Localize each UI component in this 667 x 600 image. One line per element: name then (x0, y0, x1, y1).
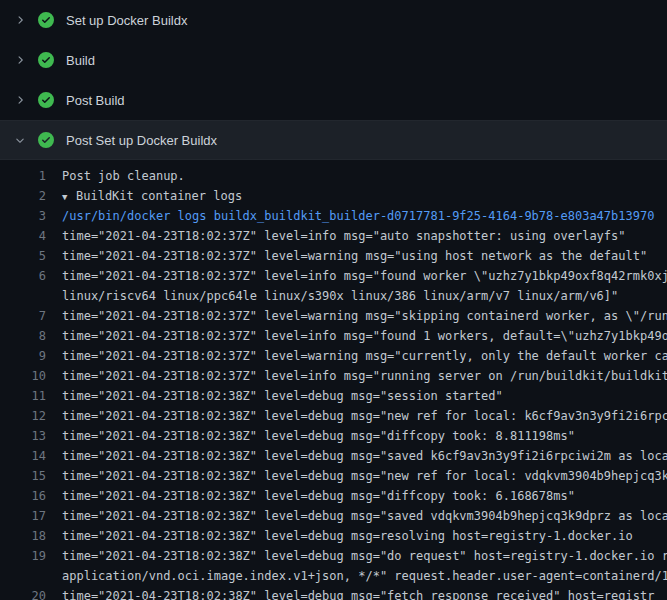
line-text: time="2021-04-23T18:02:38Z" level=debug … (46, 406, 667, 426)
step-label: Post Set up Docker Buildx (66, 133, 217, 148)
line-text: time="2021-04-23T18:02:38Z" level=debug … (46, 486, 667, 506)
line-text: ▼BuildKit container logs (46, 186, 667, 206)
log-line: 9 time="2021-04-23T18:02:37Z" level=warn… (0, 346, 667, 366)
line-text: time="2021-04-23T18:02:38Z" level=debug … (46, 466, 667, 486)
line-number[interactable]: 6 (0, 266, 46, 286)
line-number[interactable]: 15 (0, 466, 46, 486)
steps-list: Set up Docker Buildx Build Post Build (0, 0, 667, 160)
log-line: 1 Post job cleanup. (0, 166, 667, 186)
line-text: time="2021-04-23T18:02:38Z" level=debug … (46, 506, 667, 526)
log-line: 6 time="2021-04-23T18:02:37Z" level=info… (0, 266, 667, 286)
line-text: Post job cleanup. (46, 166, 667, 186)
log-line: 16 time="2021-04-23T18:02:38Z" level=deb… (0, 486, 667, 506)
line-text: time="2021-04-23T18:02:37Z" level=warnin… (46, 246, 667, 266)
line-number[interactable]: 5 (0, 246, 46, 266)
step-header[interactable]: Set up Docker Buildx (0, 0, 667, 40)
line-number[interactable]: 9 (0, 346, 46, 366)
chevron-icon[interactable] (12, 132, 28, 148)
step-header[interactable]: Post Build (0, 80, 667, 120)
line-number[interactable]: 14 (0, 446, 46, 466)
line-number[interactable]: 16 (0, 486, 46, 506)
line-text: /usr/bin/docker logs buildx_buildkit_bui… (46, 206, 667, 226)
log-line: 2 ▼BuildKit container logs (0, 186, 667, 206)
log-line: 5 time="2021-04-23T18:02:37Z" level=warn… (0, 246, 667, 266)
log-line: 18 time="2021-04-23T18:02:38Z" level=deb… (0, 526, 667, 546)
log-lines: 1 Post job cleanup. 2 ▼BuildKit containe… (0, 160, 667, 600)
line-text: time="2021-04-23T18:02:38Z" level=debug … (46, 546, 667, 566)
check-circle-icon (38, 92, 54, 108)
line-number[interactable] (0, 566, 46, 586)
line-number[interactable] (0, 286, 46, 306)
log-line: 12 time="2021-04-23T18:02:38Z" level=deb… (0, 406, 667, 426)
log-line: linux/riscv64 linux/ppc64le linux/s390x … (0, 286, 667, 306)
check-circle-icon (38, 12, 54, 28)
log-line: 11 time="2021-04-23T18:02:38Z" level=deb… (0, 386, 667, 406)
log-line: 17 time="2021-04-23T18:02:38Z" level=deb… (0, 506, 667, 526)
line-text: linux/riscv64 linux/ppc64le linux/s390x … (46, 286, 667, 306)
line-number[interactable]: 17 (0, 506, 46, 526)
line-text: time="2021-04-23T18:02:38Z" level=debug … (46, 586, 667, 600)
line-text: time="2021-04-23T18:02:38Z" level=debug … (46, 526, 667, 546)
line-text: time="2021-04-23T18:02:37Z" level=warnin… (46, 306, 667, 326)
log-line: 14 time="2021-04-23T18:02:38Z" level=deb… (0, 446, 667, 466)
log-line: 20 time="2021-04-23T18:02:38Z" level=deb… (0, 586, 667, 600)
log-line: 7 time="2021-04-23T18:02:37Z" level=warn… (0, 306, 667, 326)
line-text: time="2021-04-23T18:02:37Z" level=info m… (46, 326, 667, 346)
line-text: time="2021-04-23T18:02:37Z" level=info m… (46, 266, 667, 286)
line-text: time="2021-04-23T18:02:37Z" level=info m… (46, 226, 667, 246)
line-text: time="2021-04-23T18:02:38Z" level=debug … (46, 426, 667, 446)
log-line: 15 time="2021-04-23T18:02:38Z" level=deb… (0, 466, 667, 486)
check-circle-icon (38, 52, 54, 68)
chevron-icon[interactable] (12, 92, 28, 108)
log-line: 13 time="2021-04-23T18:02:38Z" level=deb… (0, 426, 667, 446)
line-number[interactable]: 13 (0, 426, 46, 446)
log-line: 19 time="2021-04-23T18:02:38Z" level=deb… (0, 546, 667, 566)
chevron-icon[interactable] (12, 12, 28, 28)
log-line: 10 time="2021-04-23T18:02:37Z" level=inf… (0, 366, 667, 386)
line-number[interactable]: 10 (0, 366, 46, 386)
line-number[interactable]: 12 (0, 406, 46, 426)
line-text: time="2021-04-23T18:02:37Z" level=warnin… (46, 346, 667, 366)
line-number[interactable]: 18 (0, 526, 46, 546)
step-header[interactable]: Build (0, 40, 667, 80)
step-label: Post Build (66, 93, 125, 108)
log-line: application/vnd.oci.image.index.v1+json,… (0, 566, 667, 586)
line-number[interactable]: 2 (0, 186, 46, 206)
line-number[interactable]: 1 (0, 166, 46, 186)
line-number[interactable]: 3 (0, 206, 46, 226)
log-group-toggle-icon[interactable]: ▼ (62, 187, 76, 206)
line-number[interactable]: 11 (0, 386, 46, 406)
check-circle-icon (38, 132, 54, 148)
log-line: 3 /usr/bin/docker logs buildx_buildkit_b… (0, 206, 667, 226)
log-line: 4 time="2021-04-23T18:02:37Z" level=info… (0, 226, 667, 246)
line-text: time="2021-04-23T18:02:38Z" level=debug … (46, 386, 667, 406)
log-line: 8 time="2021-04-23T18:02:37Z" level=info… (0, 326, 667, 346)
line-number[interactable]: 8 (0, 326, 46, 346)
line-number[interactable]: 19 (0, 546, 46, 566)
step-label: Set up Docker Buildx (66, 13, 187, 28)
step-label: Build (66, 53, 95, 68)
line-text: time="2021-04-23T18:02:38Z" level=debug … (46, 446, 667, 466)
line-number[interactable]: 4 (0, 226, 46, 246)
line-number[interactable]: 7 (0, 306, 46, 326)
line-text: application/vnd.oci.image.index.v1+json,… (46, 566, 667, 586)
step-header[interactable]: Post Set up Docker Buildx (0, 120, 667, 160)
line-text: time="2021-04-23T18:02:37Z" level=info m… (46, 366, 667, 386)
chevron-icon[interactable] (12, 52, 28, 68)
line-number[interactable]: 20 (0, 586, 46, 600)
